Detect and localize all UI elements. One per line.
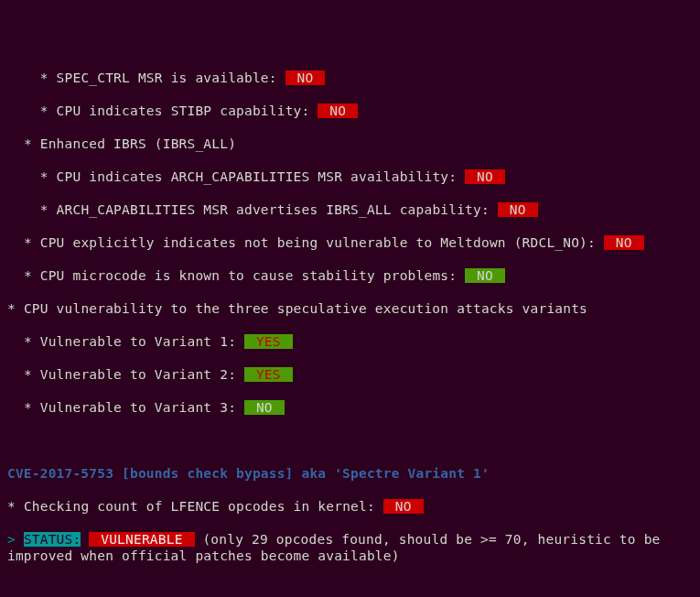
badge-no: NO <box>318 103 358 118</box>
check-line: * Vulnerable to Variant 3: NO <box>7 399 693 416</box>
badge-no: NO <box>604 235 644 250</box>
badge-no: NO <box>498 202 538 217</box>
check-line: * Vulnerable to Variant 1: YES <box>7 333 693 350</box>
badge-vulnerable: VULNERABLE <box>89 532 194 547</box>
check-line: * CPU vulnerability to the three specula… <box>7 300 693 317</box>
badge-yes: NO <box>244 400 285 415</box>
check-line: * SPEC_CTRL MSR is available: NO <box>7 70 693 86</box>
cve-header: CVE-2017-5753 [bounds check bypass] aka … <box>7 465 693 482</box>
check-line: * Checking count of LFENCE opcodes in ke… <box>7 498 693 515</box>
badge-no: NO <box>285 71 326 85</box>
prompt-icon: > <box>7 532 24 547</box>
badge-yes-red: YES <box>244 367 293 382</box>
badge-yes-red: YES <box>244 334 293 349</box>
status-line: > STATUS: VULNERABLE (only 29 opcodes fo… <box>7 531 693 564</box>
badge-no: NO <box>465 169 505 184</box>
badge-yes: NO <box>465 268 505 283</box>
badge-no: NO <box>383 499 424 514</box>
check-line: * Vulnerable to Variant 2: YES <box>7 366 693 383</box>
check-line: * CPU indicates ARCH_CAPABILITIES MSR av… <box>7 168 693 185</box>
status-label: STATUS: <box>24 532 81 547</box>
check-line: * CPU microcode is known to cause stabil… <box>7 267 693 284</box>
check-line: * ARCH_CAPABILITIES MSR advertises IBRS_… <box>7 201 693 218</box>
blank-line <box>7 432 693 449</box>
check-line: * CPU indicates STIBP capability: NO <box>7 103 693 119</box>
check-line: * CPU explicitly indicates not being vul… <box>7 234 693 251</box>
check-line: * Enhanced IBRS (IBRS_ALL) <box>7 136 693 152</box>
blank-line <box>7 581 693 597</box>
